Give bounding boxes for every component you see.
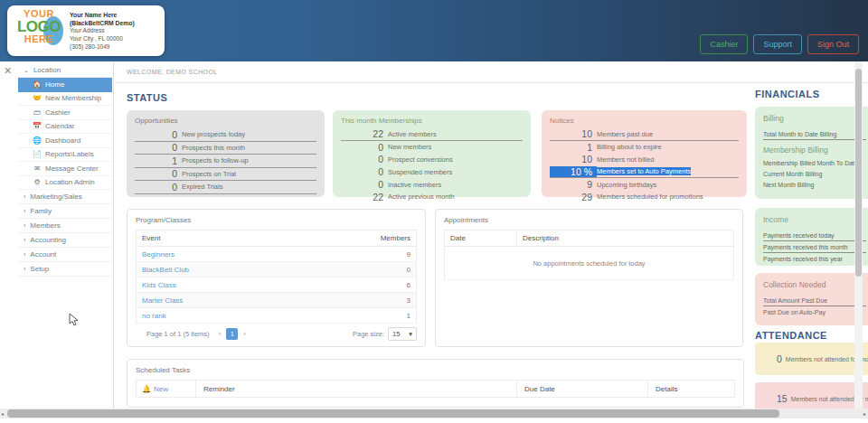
stat-label: New members [388,143,431,151]
sidebar-group-label: Setup [30,265,49,273]
members-count: 0 [300,262,417,277]
sidebar-group-account[interactable]: › Account [18,248,112,262]
close-sidebar-icon[interactable]: ✕ [4,65,12,77]
scroll-left-arrow-icon[interactable]: ◂ [1,410,4,417]
stat-value: 0 [135,168,182,179]
stat-row: 0 Suspended members [341,165,523,178]
column-header-event[interactable]: Event [137,230,300,247]
sidebar-item-message-center[interactable]: ✉ Message Center [18,162,112,176]
attendance-heading: ATTENDANCE [755,330,827,341]
mouse-cursor [69,313,80,331]
sidebar-item-home[interactable]: 🏠 Home [18,78,112,92]
vertical-scrollbar-thumb[interactable] [855,69,862,277]
vertical-scrollbar[interactable] [854,61,863,409]
sign-out-button[interactable]: Sign Out [807,34,859,54]
appointments-empty-message: No appointments scheduled for today [450,250,728,277]
scroll-right-arrow-icon[interactable]: ▸ [863,410,866,417]
sidebar-group-marketing-sales[interactable]: › Marketing/Sales [18,190,112,204]
prev-page-button[interactable]: ‹ [219,330,222,338]
appointments-title: Appointments [444,216,734,224]
stat-row: 22 Active previous month [341,191,523,203]
horizontal-scrollbar-thumb[interactable] [7,409,779,418]
sidebar-menu: ⌄ Location 🏠 Home 🤝 New Membership 🗃 Cas… [18,63,112,277]
appointments-panel: Appointments Date Description No appoint… [435,209,743,347]
income-title: Income [763,215,866,224]
notices-card: Notices 10 Members past due 1 Billing ab… [542,110,747,197]
chevron-down-icon: ⌄ [24,67,29,74]
sidebar-group-location[interactable]: ⌄ Location [18,63,112,78]
stat-label: Prospect conversions [388,155,453,164]
sidebar-item-cashier[interactable]: 🗃 Cashier [18,106,112,120]
collection-needed-card: Collection Needed Total Amount Past Due … [755,273,868,325]
sidebar-group-label: Location [33,66,61,74]
notices-title: Notices [550,117,739,125]
appointments-table: Date Description No appointments schedul… [444,230,734,280]
stat-row: 0 Inactive members [341,178,523,191]
stat-label: Active members [388,130,437,138]
welcome-text: WELCOME, DEMO SCHOOL [127,69,218,75]
column-header-date[interactable]: Date [445,230,517,247]
sidebar-item-dashboard[interactable]: 🌐 Dashboard [18,134,112,148]
event-link[interactable]: Marter Class [137,293,300,308]
sidebar-group-setup[interactable]: › Setup [18,262,112,277]
cashier-button[interactable]: Cashier [700,34,748,54]
opportunities-title: Opportunities [135,117,316,125]
column-header-due-date[interactable]: Due Date [517,381,648,397]
sidebar-group-members[interactable]: › Members [18,219,112,233]
column-header-reminder[interactable]: Reminder [196,381,517,397]
new-task-button[interactable]: 🔔 New [137,381,196,397]
sidebar-group-label: Accounting [30,236,66,244]
sidebar-item-location-admin[interactable]: ⚙ Location Admin [18,176,112,191]
column-header-details[interactable]: Details [648,381,734,397]
stat-row: 0 New members [341,141,523,154]
stat-label: Members set to Auto Payments [597,167,691,175]
page-size-select[interactable]: 15 ▾ [388,327,417,341]
memberships-card: This month Memberships 22 Active members… [333,110,531,197]
message-icon: ✉ [33,164,42,173]
sidebar-item-reports-labels[interactable]: 📄 Reports\Labels [18,148,112,163]
sidebar-group-accounting[interactable]: › Accounting [18,233,112,248]
stat-row: 9 Upcoming birthdays [550,178,739,191]
event-link[interactable]: no rank [137,308,300,324]
next-page-button[interactable]: › [243,330,246,338]
column-header-description[interactable]: Description [517,230,734,247]
sidebar-group-label: Account [30,250,56,258]
business-city: Your City , FL 00000 [70,35,159,43]
members-count: 9 [300,247,417,262]
support-button[interactable]: Support [753,34,802,54]
cashier-icon: 🗃 [33,108,42,117]
stat-row: 0 Prospect conversions [341,154,523,166]
page-size-value: 15 [392,330,400,338]
sidebar-item-new-membership[interactable]: 🤝 New Membership [18,92,112,107]
stat-label: Members scheduled for promotions [597,193,703,201]
home-icon: 🏠 [33,80,42,89]
your-logo-here-logo: YOUR LOGO HERE [13,9,65,52]
column-header-members[interactable]: Members [300,230,417,247]
opportunities-card: Opportunities 0 New prospects today 0 Pr… [127,110,325,197]
event-link[interactable]: Beginners [137,247,300,262]
stat-label: Upcoming birthdays [597,181,656,189]
sidebar-item-label: Dashboard [45,136,80,145]
stat-label: Members past due [597,130,653,138]
page-size-control: Page size: 15 ▾ [353,327,417,341]
current-page-button[interactable]: 1 [226,328,238,340]
stat-label: Inactive members [388,181,441,189]
header-buttons: Cashier Support Sign Out [700,34,859,54]
stat-value: 10 [550,128,597,139]
sidebar-item-calendar[interactable]: 📅 Calendar [18,120,112,135]
dropdown-arrow-icon: ▾ [409,330,412,338]
calendar-icon: 📅 [33,122,42,130]
sidebar-group-label: Members [30,221,60,230]
billing-card: Billing Total Month to Date Billing Memb… [755,107,868,199]
admin-icon: ⚙ [33,178,42,186]
stat-value: 1 [135,155,182,166]
new-task-label: New [154,385,168,393]
location-children: 🏠 Home 🤝 New Membership 🗃 Cashier 📅 Cale… [18,78,112,190]
sidebar-item-label: Location Admin [45,178,95,186]
business-address: Your Address [70,27,159,35]
stat-value: 0 [135,182,182,193]
horizontal-scrollbar[interactable]: ◂ ▸ [0,409,868,418]
sidebar-group-family[interactable]: › Family [18,204,112,219]
event-link[interactable]: BlackBelt Club [137,262,300,277]
event-link[interactable]: Kids Class [137,277,300,293]
